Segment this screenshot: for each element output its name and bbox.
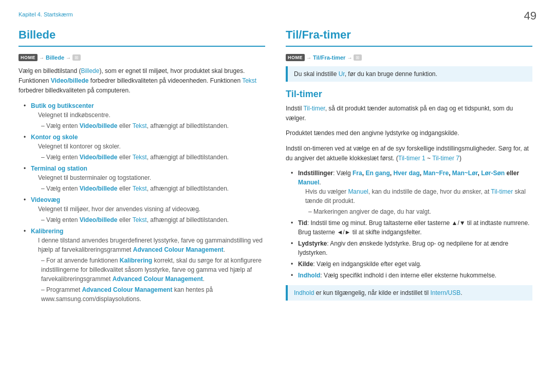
nav-arrow-right-1: →	[306, 55, 311, 61]
sub-kalibrering: I denne tilstand anvendes brugerdefinere…	[38, 236, 265, 254]
link-intern-usb[interactable]: Intern/USB	[430, 289, 460, 296]
link-til-timer-2[interactable]: Til-timer	[491, 188, 513, 195]
link-kalibrering[interactable]: Kalibrering	[31, 228, 63, 235]
bullet-butik: Butik og butikscenter Velegnet til indkø…	[24, 101, 265, 130]
note-manuel: Hvis du vælger Manuel, kan du indstille …	[305, 187, 532, 206]
page-number: 49	[524, 9, 536, 23]
link-manuel[interactable]: Manuel	[298, 179, 319, 186]
nav-item-tilfra[interactable]: Til/Fra-timer	[313, 54, 345, 61]
sub-kontor: Velegnet til kontorer og skoler.	[38, 142, 265, 151]
billede-bullet-list: Butik og butikscenter Velegnet til indkø…	[24, 101, 265, 304]
til-timer-bullet-list: Indstillinger: Vælg Fra, En gang, Hver d…	[291, 169, 532, 280]
label-tid: Tid	[298, 219, 307, 227]
link-indhold-2[interactable]: Indhold	[294, 289, 314, 296]
bullet-terminal: Terminal og station Velegnet til busterm…	[24, 164, 265, 193]
bullet-videovaeg: Videovæg Velegnet til miljøer, hvor der …	[24, 195, 265, 225]
label-kilde: Kilde	[298, 260, 313, 268]
link-tekst-3[interactable]: Tekst	[133, 154, 147, 161]
billede-nav: HOME → Billede → ⊞	[18, 54, 81, 61]
link-man-lor[interactable]: Man~Lør	[452, 170, 478, 177]
dash-terminal: Vælg enten Video/billede eller Tekst, af…	[41, 184, 265, 193]
til-timer-intro3: Indstil on-timeren ved at vælge en af de…	[286, 144, 532, 163]
til-timer-section: Til-timer Indstil Til-timer, så dit prod…	[286, 89, 532, 301]
billede-section: Billede HOME → Billede → ⊞ Vælg en bille…	[18, 28, 265, 308]
bullet-tid: Tid: Indstil time og minut. Brug taltast…	[291, 218, 532, 237]
link-tekst-1[interactable]: Tekst	[242, 77, 256, 84]
label-lydstyrke: Lydstyrke	[298, 240, 327, 247]
link-video-billede-2[interactable]: Video/billede	[80, 122, 118, 129]
dash-videovaeg: Vælg enten Video/billede eller Tekst, af…	[41, 215, 265, 225]
link-man-fre[interactable]: Man~Fre	[423, 170, 449, 177]
link-video-billede-4[interactable]: Video/billede	[80, 185, 118, 192]
til-timer-intro1: Indstil Til-timer, så dit produkt tænder…	[286, 104, 532, 123]
billede-title: Billede	[18, 28, 265, 42]
link-tekst-5[interactable]: Tekst	[133, 216, 147, 223]
section-divider-right	[286, 46, 532, 47]
section-divider-left	[18, 46, 265, 47]
tilfra-title: Til/Fra-timer	[286, 28, 532, 42]
nav-icon-left: ⊞	[72, 54, 81, 61]
link-kontor[interactable]: Kontor og skole	[31, 134, 78, 141]
tilfra-section: Til/Fra-timer HOME → Til/Fra-timer → ⊞ D…	[286, 28, 532, 308]
link-ur[interactable]: Ur	[339, 70, 345, 78]
til-timer-intro2: Produktet tændes med den angivne lydstyr…	[286, 128, 532, 138]
link-indhold[interactable]: Indhold	[298, 272, 320, 279]
link-terminal[interactable]: Terminal og station	[31, 165, 87, 172]
link-tekst-4[interactable]: Tekst	[133, 185, 147, 192]
link-kalibrering-2[interactable]: Kalibrering	[120, 257, 152, 264]
nav-icon-right: ⊞	[354, 54, 362, 61]
sub-videovaeg: Velegnet til miljøer, hvor der anvendes …	[38, 204, 265, 214]
dash-kalibrering-2: Programmet Advanced Colour Management ka…	[41, 285, 265, 304]
bullet-kilde: Kilde: Vælg en indgangskilde efter eget …	[291, 259, 532, 269]
nav-arrow-left-2: →	[66, 55, 71, 61]
link-til-timer-1[interactable]: Til-timer	[303, 105, 325, 112]
bullet-kalibrering: Kalibrering I denne tilstand anvendes br…	[24, 227, 265, 304]
link-video-billede-5[interactable]: Video/billede	[80, 216, 118, 223]
link-videovaeg[interactable]: Videovæg	[31, 196, 60, 203]
link-hver-dag[interactable]: Hver dag	[393, 170, 419, 177]
nav-arrow-right-2: →	[347, 55, 352, 61]
label-indstillinger: Indstillinger	[298, 170, 333, 177]
link-acm-1[interactable]: Advanced Colour Management	[133, 246, 224, 253]
breadcrumb: Kapitel 4. Startskærm	[18, 11, 73, 17]
link-en-gang[interactable]: En gang	[365, 170, 390, 177]
til-timer-title: Til-timer	[286, 89, 532, 100]
link-butik[interactable]: Butik og butikscenter	[31, 102, 94, 109]
link-acm-2[interactable]: Advanced Colour Management	[113, 275, 203, 283]
link-acm-3[interactable]: Advanced Colour Management	[82, 286, 172, 293]
nav-arrow-left-1: →	[39, 55, 44, 61]
link-video-billede-1[interactable]: Video/billede	[51, 77, 89, 84]
nav-home-left: HOME	[18, 54, 38, 61]
bullet-lydstyrke: Lydstyrke: Angiv den ønskede lydstyrke. …	[291, 239, 532, 257]
bullet-indhold: Indhold: Vælg specifikt indhold i den in…	[291, 271, 532, 280]
info-box-indhold: Indhold er kun tilgængelig, når kilde er…	[286, 285, 532, 301]
link-til-timer-range-2[interactable]: Til-timer 7	[432, 155, 459, 162]
dash-kalibrering-1: For at anvende funktionen Kalibrering ko…	[41, 256, 265, 284]
bullet-kontor: Kontor og skole Velegnet til kontorer og…	[24, 133, 265, 162]
link-lor-son[interactable]: Lør-Søn	[481, 170, 505, 177]
dash-kontor: Vælg enten Video/billede eller Tekst, af…	[41, 153, 265, 162]
nav-item-billede[interactable]: Billede	[46, 54, 64, 61]
sub-butik: Velegnet til indkøbscentre.	[38, 110, 265, 120]
billede-intro: Vælg en billedtilstand (Billede), som er…	[18, 66, 265, 96]
sub-terminal: Velegnet til busterminaler og togstation…	[38, 173, 265, 182]
dash-markering: Markeringen angiver de dage, du har valg…	[308, 207, 532, 216]
link-video-billede-3[interactable]: Video/billede	[80, 154, 118, 161]
tilfra-nav: HOME → Til/Fra-timer → ⊞	[286, 54, 362, 61]
link-billede[interactable]: Billede	[81, 67, 99, 74]
info-box-ur: Du skal indstille Ur, før du kan bruge d…	[286, 66, 532, 82]
bullet-indstillinger: Indstillinger: Vælg Fra, En gang, Hver d…	[291, 169, 532, 216]
link-til-timer-range-1[interactable]: Til-timer 1	[398, 155, 425, 162]
link-manuel-2[interactable]: Manuel	[348, 188, 368, 195]
link-fra[interactable]: Fra	[353, 170, 362, 177]
link-tekst-2[interactable]: Tekst	[133, 122, 147, 129]
dash-butik: Vælg enten Video/billede eller Tekst, af…	[41, 121, 265, 130]
nav-home-right: HOME	[286, 54, 305, 61]
